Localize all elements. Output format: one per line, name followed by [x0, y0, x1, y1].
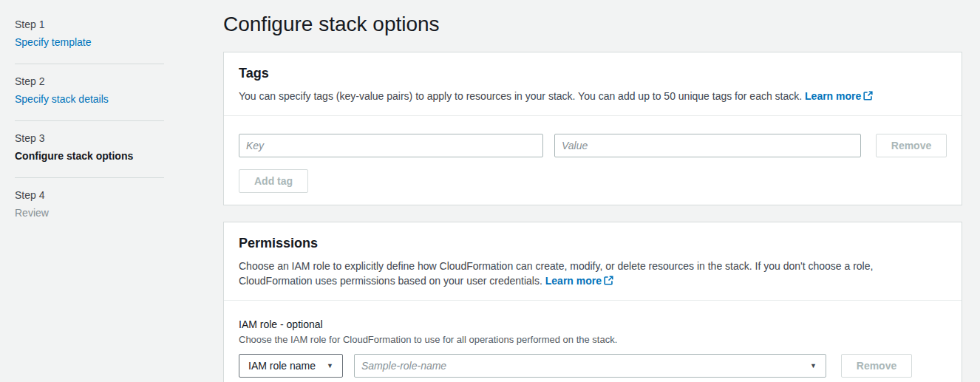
tag-value-wrapper: [554, 134, 861, 157]
sidebar-step-3: Step 3 Configure stack options: [15, 121, 164, 178]
sidebar-step-1: Step 1 Specify template: [15, 7, 164, 64]
iam-role-type-select[interactable]: IAM role name ▼: [239, 354, 343, 378]
tags-panel-body: Remove Add tag: [224, 115, 962, 205]
permissions-panel-description: Choose an IAM role to explicitly define …: [239, 259, 947, 288]
step-number: Step 3: [15, 132, 164, 144]
iam-role-label: IAM role - optional: [239, 318, 947, 330]
step-number: Step 2: [15, 75, 164, 87]
tag-key-wrapper: [239, 134, 543, 157]
learn-more-label: Learn more: [805, 90, 861, 102]
tags-description-text: You can specify tags (key-value pairs) t…: [239, 90, 802, 102]
sidebar-step-2: Step 2 Specify stack details: [15, 64, 164, 121]
remove-tag-button[interactable]: Remove: [876, 134, 947, 157]
step-number: Step 1: [15, 18, 164, 30]
external-link-icon: [604, 276, 613, 285]
tag-row: Remove: [239, 134, 947, 157]
page: Step 1 Specify template Step 2 Specify s…: [0, 0, 980, 382]
sidebar-step-4: Step 4 Review: [15, 178, 164, 234]
iam-remove-wrapper: Remove: [841, 354, 912, 378]
remove-iam-role-button[interactable]: Remove: [841, 354, 912, 378]
permissions-panel-header: Permissions Choose an IAM role to explic…: [224, 222, 962, 300]
chevron-down-icon: ▼: [327, 362, 333, 369]
tags-panel-description: You can specify tags (key-value pairs) t…: [239, 89, 947, 103]
learn-more-label: Learn more: [545, 275, 602, 287]
tags-learn-more-link[interactable]: Learn more: [805, 90, 873, 102]
steps-sidebar: Step 1 Specify template Step 2 Specify s…: [15, 0, 164, 234]
tag-remove-wrapper: Remove: [876, 134, 947, 157]
add-tag-button[interactable]: Add tag: [239, 169, 308, 193]
step-number: Step 4: [15, 189, 164, 201]
tag-value-input[interactable]: [554, 134, 861, 157]
tags-panel: Tags You can specify tags (key-value pai…: [223, 52, 962, 205]
sidebar-item-specify-template[interactable]: Specify template: [15, 36, 92, 48]
tags-panel-title: Tags: [239, 66, 947, 81]
page-title: Configure stack options: [223, 12, 962, 37]
iam-role-name-input[interactable]: [354, 354, 826, 378]
tag-key-input[interactable]: [239, 134, 543, 157]
permissions-panel-title: Permissions: [239, 236, 947, 251]
sidebar-item-specify-stack-details[interactable]: Specify stack details: [15, 93, 109, 105]
main-content: Configure stack options Tags You can spe…: [223, 0, 962, 382]
permissions-learn-more-link[interactable]: Learn more: [545, 275, 613, 287]
tags-panel-header: Tags You can specify tags (key-value pai…: [224, 52, 962, 115]
permissions-panel-body: IAM role - optional Choose the IAM role …: [224, 300, 962, 382]
sidebar-item-configure-stack-options: Configure stack options: [15, 149, 164, 163]
external-link-icon: [863, 91, 873, 100]
permissions-panel: Permissions Choose an IAM role to explic…: [223, 222, 962, 382]
iam-role-type-value: IAM role name: [248, 360, 316, 372]
iam-role-name-combo: ▼: [354, 354, 826, 378]
iam-role-description: Choose the IAM role for CloudFormation t…: [239, 334, 947, 345]
sidebar-item-review: Review: [15, 206, 164, 219]
iam-role-row: IAM role name ▼ ▼ Remove: [239, 354, 947, 378]
